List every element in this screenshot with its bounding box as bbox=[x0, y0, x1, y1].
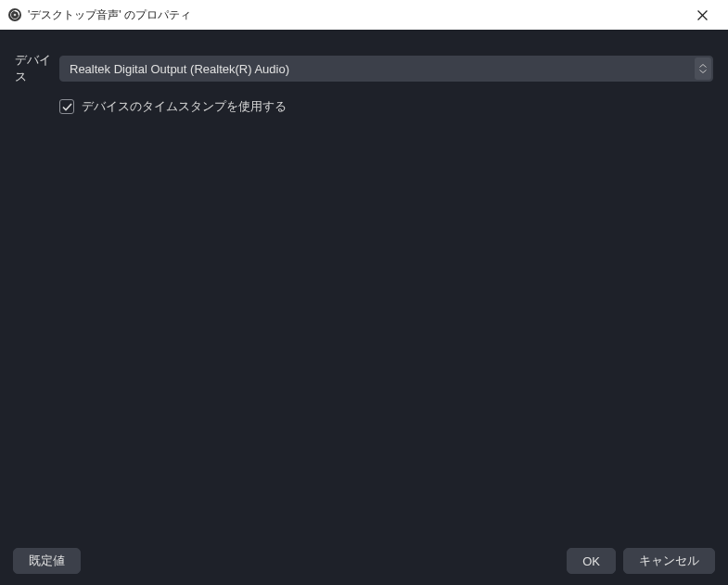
select-spinner-icon bbox=[695, 57, 711, 80]
use-timestamp-checkbox[interactable] bbox=[59, 99, 74, 114]
app-icon bbox=[7, 7, 22, 22]
footer: 既定値 OK キャンセル bbox=[0, 539, 728, 585]
close-button[interactable] bbox=[682, 1, 722, 29]
close-icon bbox=[697, 10, 708, 20]
device-select[interactable]: Realtek Digital Output (Realtek(R) Audio… bbox=[59, 56, 713, 82]
ok-button-label: OK bbox=[582, 554, 600, 568]
cancel-button-label: キャンセル bbox=[639, 553, 699, 569]
titlebar: 'デスクトップ音声' のプロパティ bbox=[0, 0, 728, 30]
cancel-button[interactable]: キャンセル bbox=[623, 548, 715, 574]
timestamp-row: デバイスのタイムスタンプを使用する bbox=[15, 98, 713, 115]
device-row: デバイス Realtek Digital Output (Realtek(R) … bbox=[15, 52, 713, 85]
content-area: デバイス Realtek Digital Output (Realtek(R) … bbox=[0, 30, 728, 539]
ok-button[interactable]: OK bbox=[567, 548, 616, 574]
use-timestamp-label[interactable]: デバイスのタイムスタンプを使用する bbox=[82, 98, 287, 115]
window-title: 'デスクトップ音声' のプロパティ bbox=[28, 7, 682, 23]
device-label: デバイス bbox=[15, 52, 59, 85]
device-select-value: Realtek Digital Output (Realtek(R) Audio… bbox=[60, 62, 299, 76]
defaults-button-label: 既定値 bbox=[29, 553, 65, 569]
defaults-button[interactable]: 既定値 bbox=[13, 548, 81, 574]
checkmark-icon bbox=[62, 103, 72, 111]
svg-point-2 bbox=[14, 14, 17, 17]
